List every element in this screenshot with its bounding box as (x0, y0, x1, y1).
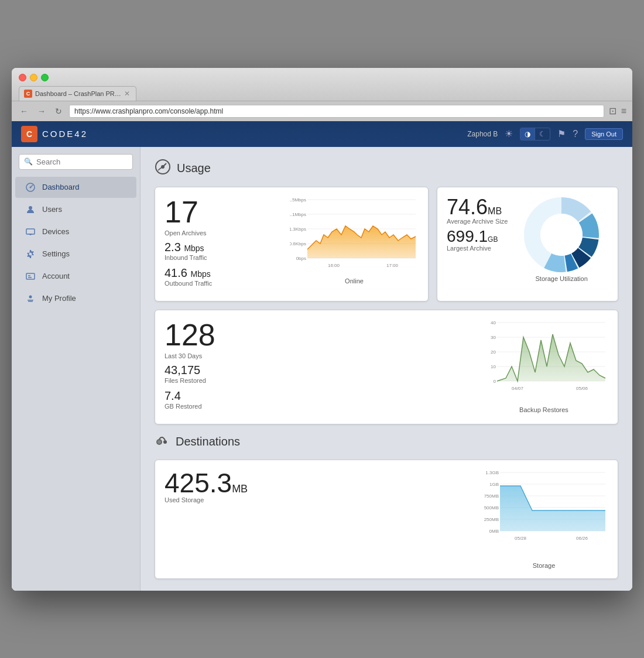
usage-icon (155, 159, 171, 179)
refresh-button[interactable]: ↻ (53, 105, 64, 117)
browser-chrome: C Dashboard – CrashPlan PR… ✕ (12, 68, 632, 101)
svg-rect-10 (28, 300, 33, 301)
svg-rect-11 (28, 301, 33, 302)
traffic-lights (19, 74, 625, 81)
svg-text:20: 20 (491, 349, 496, 355)
usage-title: Usage (177, 162, 211, 175)
sign-out-button[interactable]: Sign Out (585, 128, 623, 140)
tab-label: Dashboard – CrashPlan PR… (35, 90, 121, 97)
tab-close-icon[interactable]: ✕ (124, 90, 130, 98)
sidebar-item-devices[interactable]: Devices (15, 221, 136, 242)
storage-card: 74.6MB Average Archive Size 699.1GB Larg… (437, 187, 618, 301)
username-label: Zaphod B (467, 130, 498, 138)
donut-chart-container: Storage Utilization (515, 197, 608, 282)
svg-text:750MB: 750MB (484, 493, 499, 499)
restore-stats: 128 Last 30 Days 43,175 Files Restored 7… (165, 320, 246, 414)
svg-text:0MB: 0MB (489, 529, 499, 534)
tab-favicon: C (24, 90, 32, 98)
used-storage-value: 425.3MB (165, 469, 246, 496)
svg-point-9 (29, 295, 32, 298)
sidebar-item-myprofile[interactable]: My Profile (15, 288, 136, 309)
help-icon[interactable]: ? (573, 129, 578, 139)
logo-icon: C (21, 126, 37, 142)
avg-size-label: Average Archive Size (447, 218, 508, 225)
active-tab[interactable]: C Dashboard – CrashPlan PR… ✕ (19, 86, 136, 101)
open-archives-label: Open Archives (165, 229, 246, 237)
online-card-inner: 17 Open Archives 2.3 Mbps Inbound Traffi… (165, 197, 419, 292)
destinations-stats: 425.3MB Used Storage (165, 469, 246, 507)
sidebar-item-label: Dashboard (42, 183, 80, 191)
search-input[interactable] (36, 157, 135, 166)
largest-value: 699.1GB (447, 228, 508, 245)
back-button[interactable]: ← (18, 105, 30, 117)
sidebar-item-account[interactable]: Account (15, 266, 136, 287)
menu-icon[interactable]: ≡ (621, 106, 626, 116)
inbound-label: Inbound Traffic (165, 254, 246, 261)
restore-chart: 40 30 20 10 0 (479, 320, 608, 413)
svg-rect-3 (26, 229, 35, 234)
storage-card-inner: 74.6MB Average Archive Size 699.1GB Larg… (447, 197, 608, 282)
main-layout: 🔍 Dashboard (12, 147, 632, 591)
svg-rect-6 (26, 273, 35, 279)
devices-icon (25, 226, 36, 238)
toggle-light[interactable]: ◑ (520, 128, 535, 140)
sidebar-item-label: Users (42, 205, 62, 214)
files-restored-label: Files Restored (165, 377, 246, 384)
sidebar-item-label: My Profile (42, 294, 76, 303)
destinations-section-header: Destinations (155, 433, 618, 451)
online-chart: 1.5Mbps 1.1Mbps 781.3Kbps 390.6Kbps 0bps (290, 197, 419, 285)
header-right: Zaphod B ☀ ◑ ☾ ⚑ ? Sign Out (467, 128, 623, 140)
online-stats: 17 Open Archives 2.3 Mbps Inbound Traffi… (165, 197, 246, 292)
tab-bar: C Dashboard – CrashPlan PR… ✕ (19, 86, 625, 101)
sidebar-item-users[interactable]: Users (15, 199, 136, 220)
flag-icon[interactable]: ⚑ (557, 128, 566, 139)
app-logo: C CODE42 (21, 126, 88, 142)
window-icon[interactable]: ⊡ (609, 105, 616, 116)
usage-section-header: Usage (155, 159, 618, 179)
gb-restored-value: 7.4 (165, 389, 246, 403)
search-icon: 🔍 (24, 157, 33, 166)
svg-text:05/06: 05/06 (576, 386, 588, 391)
svg-text:17:00: 17:00 (386, 263, 399, 268)
storage-stats: 74.6MB Average Archive Size 699.1GB Larg… (447, 197, 508, 282)
gb-restored-label: GB Restored (165, 403, 246, 410)
sidebar-item-label: Settings (42, 249, 70, 258)
theme-toggle[interactable]: ◑ ☾ (520, 128, 550, 140)
online-card: 17 Open Archives 2.3 Mbps Inbound Traffi… (155, 187, 429, 301)
destinations-icon (155, 433, 170, 451)
restore-count: 128 (165, 320, 246, 350)
account-icon (25, 270, 36, 282)
forward-button[interactable]: → (35, 105, 48, 117)
svg-text:0bps: 0bps (296, 256, 306, 261)
url-input[interactable] (69, 105, 604, 118)
destinations-card: 425.3MB Used Storage (155, 460, 618, 579)
restore-count-label: Last 30 Days (165, 352, 246, 359)
toggle-dark[interactable]: ☾ (535, 128, 550, 140)
restore-card: 128 Last 30 Days 43,175 Files Restored 7… (155, 310, 618, 424)
usage-cards-row: 17 Open Archives 2.3 Mbps Inbound Traffi… (155, 187, 618, 301)
maximize-button[interactable] (41, 74, 49, 81)
settings-icon (25, 248, 36, 260)
online-chart-label: Online (290, 277, 419, 285)
close-button[interactable] (19, 74, 26, 81)
storage-chart-label: Storage Utilization (536, 275, 588, 282)
app-container: C CODE42 Zaphod B ☀ ◑ ☾ ⚑ ? Sign Out 🔍 (12, 121, 632, 591)
search-box[interactable]: 🔍 (19, 154, 133, 170)
svg-text:30: 30 (491, 335, 496, 340)
largest-label: Largest Archive (447, 245, 508, 252)
svg-text:10: 10 (491, 364, 496, 369)
minimize-button[interactable] (30, 74, 37, 81)
svg-point-48 (157, 440, 161, 444)
svg-text:1.1Mbps: 1.1Mbps (290, 212, 306, 217)
files-restored-value: 43,175 (165, 363, 246, 377)
svg-point-1 (30, 186, 32, 188)
destinations-chart-label: Storage (479, 562, 608, 569)
sidebar-item-settings[interactable]: Settings (15, 244, 136, 265)
svg-point-47 (163, 440, 167, 444)
outbound-label: Outbound Traffic (165, 280, 246, 287)
open-archives-count: 17 (165, 197, 246, 227)
sidebar-item-dashboard[interactable]: Dashboard (15, 177, 136, 198)
svg-text:05/28: 05/28 (515, 536, 527, 541)
outbound-value: 41.6 Mbps (165, 266, 246, 280)
sun-icon[interactable]: ☀ (505, 128, 513, 139)
